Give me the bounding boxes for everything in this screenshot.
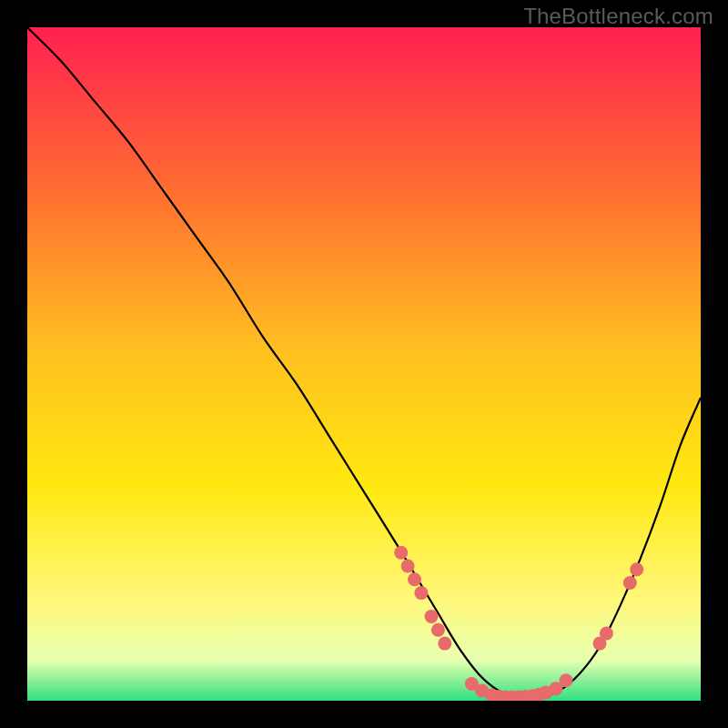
data-marker bbox=[560, 673, 573, 687]
data-marker bbox=[394, 546, 408, 560]
data-marker bbox=[425, 610, 439, 623]
chart-svg bbox=[27, 27, 701, 701]
data-marker bbox=[630, 562, 643, 576]
data-marker bbox=[408, 572, 421, 586]
data-marker bbox=[401, 560, 415, 573]
data-marker bbox=[414, 586, 428, 600]
chart-container: TheBottleneck.com bbox=[0, 0, 728, 728]
watermark-text: TheBottleneck.com bbox=[523, 4, 713, 29]
data-marker bbox=[431, 623, 445, 637]
gradient-background bbox=[27, 27, 701, 701]
data-marker bbox=[623, 576, 637, 590]
data-marker bbox=[438, 637, 451, 651]
data-marker bbox=[600, 627, 613, 641]
plot-area bbox=[27, 27, 701, 701]
